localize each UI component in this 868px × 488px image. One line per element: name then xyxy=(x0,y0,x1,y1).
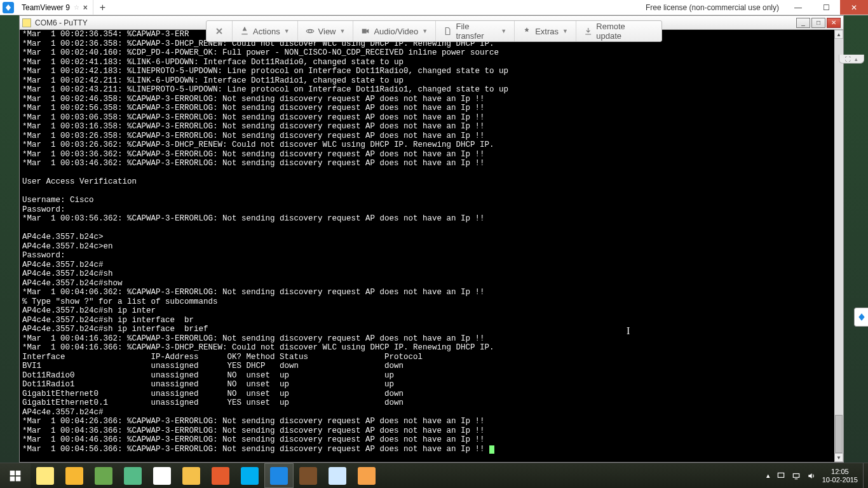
clock-time: 12:05 xyxy=(822,468,858,476)
action-center-icon[interactable] xyxy=(776,471,785,480)
taskbar-item-folders[interactable] xyxy=(89,463,118,488)
winrar-icon xyxy=(299,467,317,485)
outlook-icon xyxy=(65,467,83,485)
system-tray[interactable]: ▴ 12:05 10-02-2015 xyxy=(761,463,863,488)
svg-rect-3 xyxy=(16,470,21,475)
snagit-icon xyxy=(358,467,376,485)
minimize-button[interactable]: — xyxy=(784,0,812,15)
firefox-icon xyxy=(212,467,229,485)
extras-menu[interactable]: Extras▼ xyxy=(515,21,576,41)
tray-chevron-up-icon[interactable]: ▴ xyxy=(766,471,770,480)
taskbar-item-snagit[interactable] xyxy=(352,463,381,488)
taskbar-item-putty[interactable] xyxy=(31,463,60,488)
terminal-output[interactable]: *Mar 1 00:02:36.354: %CAPWAP-3-ERR *Mar … xyxy=(22,30,834,462)
fullscreen-icon[interactable]: ⛶ xyxy=(845,56,851,62)
clock-date: 10-02-2015 xyxy=(822,476,858,484)
teamviewer-side-panel-toggle[interactable] xyxy=(854,308,868,327)
folders-icon xyxy=(95,467,112,485)
skype-icon xyxy=(241,467,259,485)
taskbar-item-firefox[interactable] xyxy=(206,463,235,488)
file-transfer-menu[interactable]: File transfer▼ xyxy=(436,21,515,41)
taskbar-item-notepad[interactable] xyxy=(323,463,352,488)
putty-window: COM6 - PuTTY _ □ ✕ *Mar 1 00:02:36.354: … xyxy=(19,15,844,463)
explorer-icon xyxy=(182,467,200,485)
close-tab-icon[interactable]: × xyxy=(83,3,88,12)
volume-icon[interactable] xyxy=(807,471,816,480)
putty-scrollbar[interactable]: ▲ ▼ xyxy=(834,30,843,462)
tab-teamviewer[interactable]: TeamViewer 9 ☆ × xyxy=(17,0,93,15)
actions-menu[interactable]: Actions▼ xyxy=(233,21,298,41)
network-icon[interactable] xyxy=(792,471,801,480)
scroll-down-icon[interactable]: ▼ xyxy=(834,453,843,462)
putty-maximize-button[interactable]: □ xyxy=(811,18,825,28)
taskbar-item-explorer[interactable] xyxy=(177,463,206,488)
taskbar-item-winrar[interactable] xyxy=(294,463,323,488)
taskbar-item-skype[interactable] xyxy=(235,463,264,488)
putty-close-button[interactable]: ✕ xyxy=(827,18,841,28)
putty-terminal-body[interactable]: *Mar 1 00:02:36.354: %CAPWAP-3-ERR *Mar … xyxy=(20,30,843,462)
close-session-button[interactable] xyxy=(207,21,233,41)
license-text: Free license (non-commercial use only) xyxy=(641,3,784,12)
chrome-icon xyxy=(153,467,171,485)
svg-rect-7 xyxy=(793,473,799,477)
putty-minimize-button[interactable]: _ xyxy=(796,18,810,28)
favorite-icon[interactable]: ☆ xyxy=(74,4,79,11)
show-desktop-button[interactable] xyxy=(863,463,868,488)
svg-rect-2 xyxy=(10,470,15,475)
teamviewer-toolbar: Actions▼ View▼ Audio/Video▼ File transfe… xyxy=(206,20,662,42)
taskbar-item-winscp[interactable] xyxy=(118,463,147,488)
svg-rect-6 xyxy=(778,473,783,477)
notepad-icon xyxy=(329,467,346,485)
windows-taskbar: ▴ 12:05 10-02-2015 xyxy=(0,463,868,488)
close-window-button[interactable]: ✕ xyxy=(840,0,868,15)
teamviewer-icon xyxy=(270,467,288,485)
scroll-thumb[interactable] xyxy=(835,415,843,453)
taskbar-item-teamviewer[interactable] xyxy=(264,463,294,488)
taskbar-item-chrome[interactable] xyxy=(147,463,177,488)
text-cursor-icon: I xyxy=(627,325,630,337)
svg-rect-4 xyxy=(10,476,15,481)
teamviewer-logo-icon xyxy=(3,2,14,13)
new-tab-button[interactable]: + xyxy=(93,2,112,13)
scroll-up-icon[interactable]: ▲ xyxy=(834,30,843,39)
taskbar-item-outlook[interactable] xyxy=(60,463,89,488)
remote-desktop: COM6 - PuTTY _ □ ✕ *Mar 1 00:02:36.354: … xyxy=(0,15,868,463)
remote-update-button[interactable]: Remote update xyxy=(576,21,658,41)
teamviewer-titlebar: TeamViewer 9 ☆ × + Free license (non-com… xyxy=(0,0,868,15)
svg-point-0 xyxy=(308,30,311,33)
svg-rect-1 xyxy=(362,29,367,34)
putty-icon xyxy=(22,18,31,27)
toolbar-collapse-handle[interactable]: ⛶▴ xyxy=(839,55,864,64)
chevron-up-icon[interactable]: ▴ xyxy=(855,56,858,62)
maximize-button[interactable]: ☐ xyxy=(812,0,840,15)
tab-title: TeamViewer 9 xyxy=(22,3,70,12)
winscp-icon xyxy=(124,467,142,485)
view-menu[interactable]: View▼ xyxy=(298,21,354,41)
putty-icon xyxy=(36,467,54,485)
svg-rect-5 xyxy=(16,476,21,481)
audio-video-menu[interactable]: Audio/Video▼ xyxy=(353,21,436,41)
start-button[interactable] xyxy=(0,463,31,488)
taskbar-clock[interactable]: 12:05 10-02-2015 xyxy=(822,468,858,484)
